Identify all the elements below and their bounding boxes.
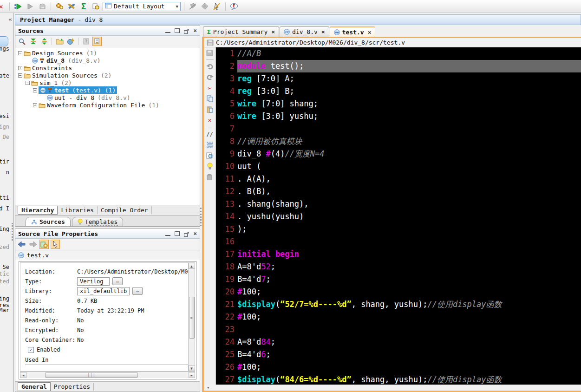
settings-gears-icon[interactable] [54, 1, 65, 12]
undo-icon[interactable] [206, 63, 214, 71]
close-icon[interactable]: ✕ [0, 1, 6, 12]
tree-item[interactable]: −Design Sources(1) [15, 49, 200, 57]
pointer-slash-icon[interactable] [212, 1, 222, 12]
project-summary-sigma-icon[interactable]: Σ [78, 1, 89, 12]
browse-button[interactable]: … [112, 277, 123, 285]
save-icon[interactable] [204, 39, 216, 46]
run-simulation-icon[interactable] [13, 1, 23, 12]
tree-item[interactable]: veuut - div_8(div_8.v) [15, 94, 200, 101]
copy-icon[interactable] [206, 95, 214, 103]
property-input[interactable]: xil_defaultlib [77, 287, 130, 295]
dock-disabled-icon[interactable] [200, 1, 210, 12]
flow-navigator-item[interactable]: ed I [0, 205, 9, 212]
tab-compile-order[interactable]: Compile Order [98, 206, 152, 214]
flow-navigator-item[interactable]: ted [0, 278, 9, 285]
scrollbar-thumb[interactable]: ||| [45, 372, 138, 378]
horizontal-scrollbar[interactable]: ◄ ||| ► [20, 372, 195, 378]
editor-tab-test-v[interactable]: vetest.v× [330, 26, 376, 37]
float-disabled-icon[interactable] [188, 1, 198, 12]
play-icon[interactable] [25, 1, 35, 12]
layout-dropdown[interactable]: Default Layout ▼ [103, 2, 181, 11]
edit-properties-icon[interactable] [39, 240, 49, 249]
find-icon[interactable] [206, 151, 214, 159]
help-icon[interactable]: ? [81, 37, 91, 46]
enabled-checkbox[interactable]: ✓ [28, 347, 34, 353]
forward-icon[interactable] [28, 240, 38, 249]
horizontal-splitter-handle[interactable] [88, 225, 118, 227]
flow-navigator-item[interactable]: late [0, 72, 9, 79]
cut-icon[interactable]: ✂ [206, 84, 214, 92]
scroll-left-icon[interactable]: ◄ [205, 385, 211, 391]
flow-navigator-item[interactable]: etti [0, 195, 9, 201]
property-input[interactable]: Verilog [77, 277, 110, 286]
flow-navigator-item[interactable]: ttir [0, 158, 9, 165]
flow-navigator-item[interactable]: Desi [0, 113, 9, 119]
scroll-down-icon[interactable]: ▼ [189, 365, 195, 371]
close-icon[interactable]: × [193, 231, 197, 236]
flow-navigator-item[interactable]: k De [0, 134, 9, 140]
tree-item[interactable]: +Waveform Configuration File(1) [15, 101, 200, 109]
maximize-icon[interactable] [175, 28, 180, 33]
flow-navigator-item[interactable]: n Se [0, 264, 9, 270]
clipboard-icon[interactable] [206, 173, 214, 181]
paste-icon[interactable] [206, 105, 214, 113]
scroll-up-icon[interactable]: ▲ [189, 263, 195, 269]
expand-icon[interactable]: + [33, 103, 37, 107]
tab-general[interactable]: General [18, 382, 51, 391]
generate-netlist-icon[interactable] [37, 1, 47, 12]
select-icon[interactable] [51, 240, 60, 249]
delete-icon[interactable]: ✕ [206, 116, 214, 124]
scroll-left-icon[interactable]: ◄ [20, 372, 26, 378]
collapse-icon[interactable]: − [18, 73, 22, 78]
tree-item[interactable]: vediv_8(div_8.v) [15, 57, 200, 64]
close-icon[interactable]: × [193, 28, 197, 33]
tree-item[interactable]: −Simulation Sources(2) [15, 72, 200, 79]
search-icon[interactable] [17, 37, 26, 46]
comment-icon[interactable]: // [206, 130, 214, 138]
panel-tab-templates[interactable]: Templates [72, 217, 123, 226]
tab-libraries[interactable]: Libraries [58, 206, 97, 214]
flow-navigator-item[interactable]: atic [0, 271, 9, 277]
editor-tab-div_8-v[interactable]: vediv_8.v× [280, 26, 329, 37]
scroll-to-selected-icon[interactable] [92, 37, 102, 46]
save-icon[interactable] [206, 49, 214, 57]
browse-button[interactable]: … [132, 287, 143, 295]
tab-hierarchy[interactable]: Hierarchy [18, 206, 58, 215]
close-tab-icon[interactable]: × [271, 28, 275, 35]
minimize-icon[interactable] [165, 231, 170, 236]
tree-item[interactable]: +Constraints [15, 64, 200, 72]
minimize-icon[interactable] [165, 28, 170, 33]
collapse-icon[interactable]: − [26, 81, 30, 85]
expand-icon[interactable]: + [18, 66, 22, 70]
close-tab-icon[interactable]: × [368, 29, 372, 36]
scrollbar-thumb[interactable]: ≡ [189, 297, 195, 339]
flow-navigator-item[interactable]: n [6, 169, 9, 176]
code-area[interactable]: 1//A/B2module test();3reg [7:0] A;4reg [… [216, 47, 581, 385]
maximize-icon[interactable] [175, 231, 180, 236]
format-icon[interactable] [206, 141, 214, 149]
vertical-scrollbar[interactable]: ▲ ≡ ▼ [188, 263, 195, 371]
panel-tab-sources[interactable]: Sources [26, 217, 71, 226]
back-icon[interactable] [17, 240, 26, 249]
flow-navigator-item[interactable]: Mar [0, 307, 9, 314]
lightbulb-icon[interactable] [206, 162, 214, 170]
collapse-icon[interactable]: − [18, 51, 22, 55]
language-bubble-icon[interactable]: E [229, 1, 239, 12]
editor-horizontal-scrollbar[interactable]: ◄ [204, 385, 581, 391]
sources-panel-header[interactable]: Sources × [15, 26, 200, 36]
flow-navigator-selected-item[interactable] [0, 36, 8, 46]
add-sources-icon[interactable] [66, 37, 75, 46]
collapse-icon[interactable]: − [33, 88, 37, 92]
flow-splitter-handle[interactable] [12, 223, 13, 241]
float-icon[interactable] [184, 28, 189, 33]
expand-all-icon[interactable] [39, 37, 49, 46]
tree-item[interactable]: −sim_1(2) [15, 79, 200, 86]
settings-gear-doc-icon[interactable] [91, 1, 101, 12]
redo-icon[interactable] [206, 73, 214, 81]
close-tab-icon[interactable]: × [321, 28, 325, 35]
flow-navigator-item[interactable]: ting [0, 295, 9, 302]
tools-icon[interactable] [66, 1, 77, 12]
scroll-right-icon[interactable]: ► [189, 372, 195, 378]
collapse-panel-icon[interactable]: « [8, 16, 12, 23]
properties-panel-header[interactable]: Source File Properties × [15, 229, 200, 239]
